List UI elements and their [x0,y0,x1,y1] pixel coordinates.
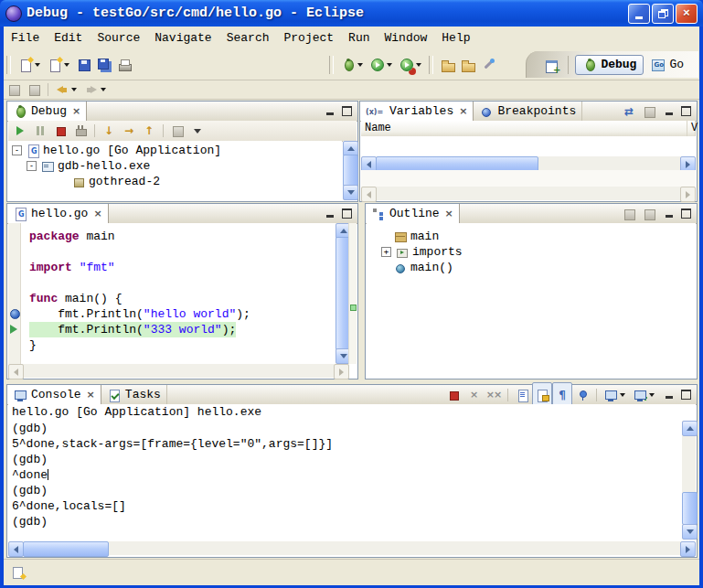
variables-detail-pane[interactable] [361,170,696,187]
menu-edit[interactable]: Edit [47,27,90,49]
expander-icon[interactable]: - [12,145,22,155]
tab-debug[interactable]: Debug × [7,102,87,121]
scroll-left-button[interactable] [8,364,24,380]
step-filters-button[interactable] [4,77,24,102]
variables-tree-area[interactable] [361,136,696,156]
disconnect-button[interactable] [70,120,91,142]
restore-window-button[interactable] [652,4,674,24]
dropdown-arrow-icon[interactable] [416,63,421,67]
scroll-right-button[interactable] [334,364,349,380]
minimize-window-button[interactable] [628,4,650,24]
search-button[interactable] [478,52,498,78]
scrollbar-thumb[interactable] [682,492,698,525]
minimize-view-button[interactable] [661,388,676,401]
new-menu-button[interactable] [45,52,74,78]
print-button[interactable] [114,52,134,78]
step-into-button[interactable]: ↓ [99,120,119,142]
overview-ruler[interactable] [348,223,357,364]
step-return-button[interactable]: ↑ [139,120,159,142]
toolbar-grip[interactable] [6,56,11,74]
scroll-down-button[interactable] [682,524,698,540]
back-button[interactable] [52,77,81,102]
variables-detail-scrollbar[interactable] [361,187,696,200]
perspective-go[interactable]: Go [644,55,691,75]
dropdown-arrow-icon[interactable] [357,63,363,67]
scrollbar-thumb[interactable] [343,155,358,187]
scroll-right-button[interactable] [680,541,696,557]
tab-tasks[interactable]: Tasks [101,385,167,404]
external-tools-button[interactable] [397,52,426,78]
variables-horizontal-scrollbar[interactable] [361,156,696,170]
tree-item[interactable]: gothread-2 [8,174,342,189]
save-button[interactable] [74,52,94,78]
menu-source[interactable]: Source [90,27,147,49]
debug-vertical-scrollbar[interactable] [343,141,357,200]
editor-horizontal-scrollbar[interactable] [8,364,349,378]
open-perspective-button[interactable] [541,52,561,78]
tab-breakpoints[interactable]: Breakpoints [474,102,582,121]
step-over-button[interactable]: → [119,120,139,142]
tab-outline[interactable]: Outline × [366,204,460,223]
dropdown-arrow-icon[interactable] [35,63,40,67]
minimize-view-button[interactable] [322,104,337,118]
menu-project[interactable]: Project [276,27,341,49]
run-button[interactable] [367,52,397,78]
code-area[interactable]: package mainimport "fmt"func main() { fm… [21,223,334,364]
outline-item[interactable]: main() [381,260,696,275]
maximize-view-button[interactable] [339,207,355,220]
minimize-view-button[interactable] [322,207,337,220]
suspend-button[interactable] [30,120,50,142]
tree-item[interactable]: -gdb-hello.exe [8,158,342,174]
fast-view-icon[interactable] [11,565,26,580]
menu-run[interactable]: Run [341,27,377,49]
minimize-view-button[interactable] [661,207,676,220]
menu-navigate[interactable]: Navigate [147,27,218,49]
maximize-view-button[interactable] [678,104,694,118]
close-tab-icon[interactable]: × [72,105,80,117]
close-tab-icon[interactable]: × [87,389,95,401]
scroll-right-button[interactable] [680,187,696,202]
tab-hello-go[interactable]: hello.go × [7,204,109,223]
minimize-view-button[interactable] [661,104,676,118]
tree-item[interactable]: -hello.go [Go Application] [8,143,342,158]
forward-button[interactable] [81,77,111,102]
close-tab-icon[interactable]: × [93,208,101,219]
terminate-button[interactable] [50,120,70,142]
tab-console[interactable]: Console × [7,385,101,404]
scroll-down-button[interactable] [343,185,358,200]
toolbar-grip[interactable] [429,56,433,74]
tab-variables[interactable]: Variables × [360,102,474,121]
titlebar[interactable]: Debug - testGo/src/cmd/hello.go - Eclips… [0,0,703,27]
debug-button[interactable] [338,52,367,78]
maximize-view-button[interactable] [339,104,355,118]
scroll-left-button[interactable] [361,187,377,202]
save-all-button[interactable] [94,52,114,78]
close-tab-icon[interactable]: × [459,105,467,117]
dropdown-arrow-icon[interactable] [649,393,655,397]
pointer-icon[interactable] [10,325,17,334]
instruction-pointer-button[interactable] [167,120,187,142]
expander-icon[interactable]: - [27,161,37,171]
dropdown-arrow-icon[interactable] [387,63,392,67]
menu-help[interactable]: Help [434,27,477,49]
open-folder-button[interactable] [438,52,458,78]
console-horizontal-scrollbar[interactable] [8,541,696,555]
outline-item[interactable]: main [381,229,696,244]
dropdown-arrow-icon[interactable] [64,63,69,67]
maximize-view-button[interactable] [678,207,694,220]
toolbar-grip[interactable] [329,56,334,74]
dropdown-arrow-icon[interactable] [101,88,106,91]
maximize-view-button[interactable] [678,388,694,401]
annotation-mark[interactable] [350,305,357,311]
dropdown-arrow-icon[interactable] [71,88,77,91]
menu-window[interactable]: Window [378,27,435,49]
new-wizard-button[interactable] [16,52,45,78]
link-editor-button[interactable] [24,77,44,102]
editor-vertical-scrollbar[interactable] [336,223,349,364]
import-folder-button[interactable] [458,52,478,78]
dropdown-arrow-icon[interactable] [620,393,625,397]
outline-item[interactable]: +imports [381,244,696,260]
close-tab-icon[interactable]: × [445,208,453,219]
expander-icon[interactable]: + [381,247,391,257]
scroll-left-button[interactable] [8,541,24,557]
